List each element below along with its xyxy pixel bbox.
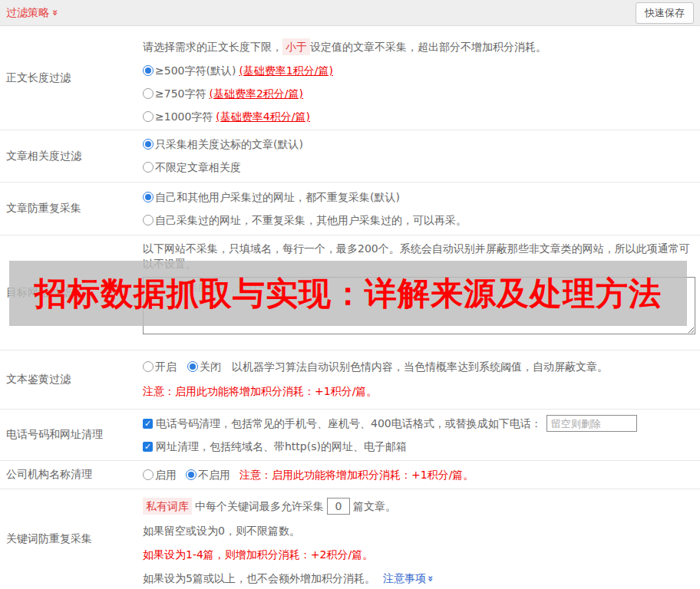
- radio-750-unchecked[interactable]: [143, 88, 154, 99]
- row-label-company-cleanup: 公司机构名称清理: [0, 461, 143, 489]
- dedupe-option-2[interactable]: 自己采集过的网址，不重复采集，其他用户采集过的，可以再采。: [143, 212, 700, 228]
- link-double-chevron-down-icon: »: [426, 575, 436, 581]
- company-off-label[interactable]: 不启用: [198, 467, 230, 482]
- keyword-note-five: 如果设为5篇或以上，也不会额外增加积分消耗。 注意事项 »: [143, 571, 700, 586]
- url-cleanup-option: ✓ 网址清理，包括纯域名、带http(s)的网址、电子邮箱: [143, 439, 700, 454]
- keyword-limit-line: 私有词库 中每个关键词最多允许采集 篇文章。: [143, 498, 700, 515]
- row-label-content-length: 正文长度过滤: [0, 26, 143, 130]
- phone-cleanup-option: ✓ 电话号码清理，包括常见的手机号、座机号、400电话格式，或替换成如下电话：: [143, 415, 700, 432]
- relevance-option-1[interactable]: 只采集相关度达标的文章(默认): [143, 137, 700, 152]
- content-length-desc: 请选择需求的正文长度下限， 小于 设定值的文章不采集，超出部分不增加积分消耗。: [143, 38, 700, 55]
- watermark-banner: 招标数据抓取与实现：详解来源及处理方法: [9, 261, 687, 326]
- porn-filter-fee-note: 注意：启用此功能将增加积分消耗：+1积分/篇。: [143, 383, 700, 399]
- row-content-length-filter: 正文长度过滤 请选择需求的正文长度下限， 小于 设定值的文章不采集，超出部分不增…: [0, 26, 700, 130]
- replacement-phone-input[interactable]: [546, 415, 637, 432]
- double-chevron-down-icon: »: [51, 9, 61, 15]
- row-label-keyword-dedupe: 关键词防重复采集: [0, 489, 143, 589]
- radio-dedupe-1-checked[interactable]: [143, 192, 154, 202]
- company-fee-note: 注意：启用此功能将增加积分消耗：+1积分/篇。: [239, 467, 474, 482]
- porn-on-label[interactable]: 开启: [155, 359, 177, 374]
- dedupe-option-1[interactable]: 自己和其他用户采集过的网址，都不重复采集(默认): [143, 189, 700, 205]
- top-bar: 过滤策略 » 快速保存: [0, 0, 700, 26]
- quick-save-button[interactable]: 快速保存: [636, 2, 694, 24]
- radio-porn-on-unchecked[interactable]: [143, 361, 154, 372]
- length-option-1000[interactable]: ≥1000字符 (基础费率4积分/篇): [143, 109, 700, 124]
- watermark-banner-text: 招标数据抓取与实现：详解来源及处理方法: [35, 272, 662, 315]
- row-label-porn-filter: 文本鉴黄过滤: [0, 350, 143, 409]
- page-title-text: 过滤策略: [6, 6, 49, 20]
- checkbox-url-cleanup-checked[interactable]: ✓: [143, 442, 153, 452]
- length-option-750[interactable]: ≥750字符 (基础费率2积分/篇): [143, 86, 700, 101]
- radio-porn-off-checked[interactable]: [187, 361, 198, 372]
- row-dedupe-collection: 文章防重复采集 自己和其他用户采集过的网址，都不重复采集(默认) 自己采集过的网…: [0, 183, 700, 235]
- private-thesaurus-highlight: 私有词库: [143, 498, 192, 515]
- row-relevance-filter: 文章相关度过滤 只采集相关度达标的文章(默认) 不限定文章相关度: [0, 130, 700, 183]
- relevance-option-2[interactable]: 不限定文章相关度: [143, 160, 700, 175]
- keyword-note-fee: 如果设为1-4篇，则增加积分消耗：+2积分/篇。: [143, 547, 700, 562]
- keyword-note-zero: 如果留空或设为0，则不限篇数。: [143, 523, 700, 538]
- fee-note-500: (基础费率1积分/篇): [239, 63, 333, 78]
- checkbox-phone-cleanup-checked[interactable]: ✓: [143, 419, 153, 429]
- row-phone-url-cleanup: 电话号码和网址清理 ✓ 电话号码清理，包括常见的手机号、座机号、400电话格式，…: [0, 410, 700, 461]
- fee-note-750: (基础费率2积分/篇): [209, 86, 303, 101]
- radio-company-on-unchecked[interactable]: [143, 469, 154, 480]
- length-option-500[interactable]: ≥500字符(默认) (基础费率1积分/篇): [143, 63, 700, 78]
- keyword-max-count-input[interactable]: [327, 498, 350, 515]
- row-label-phone-url: 电话号码和网址清理: [0, 410, 143, 460]
- row-label-relevance: 文章相关度过滤: [0, 130, 143, 182]
- radio-company-off-checked[interactable]: [186, 469, 196, 480]
- radio-1000-unchecked[interactable]: [143, 111, 154, 122]
- radio-relevance-1-checked[interactable]: [143, 139, 154, 150]
- page-title[interactable]: 过滤策略 »: [6, 6, 58, 20]
- filter-strategy-page: 过滤策略 » 快速保存 正文长度过滤 请选择需求的正文长度下限， 小于 设定值的…: [0, 0, 700, 589]
- porn-off-label[interactable]: 关闭: [200, 359, 221, 374]
- row-label-dedupe: 文章防重复采集: [0, 183, 143, 235]
- radio-dedupe-2-unchecked[interactable]: [143, 215, 154, 225]
- porn-filter-desc: 以机器学习算法自动识别色情内容，当色情概率达到系统阈值，自动屏蔽文章。: [232, 359, 608, 374]
- row-company-name-cleanup: 公司机构名称清理 启用 不启用 注意：启用此功能将增加积分消耗：+1积分/篇。: [0, 461, 700, 489]
- row-porn-filter: 文本鉴黄过滤 开启 关闭 以机器学习算法自动识别色情内容，当色情概率达到系统阈值…: [0, 350, 700, 410]
- less-than-highlight: 小于: [282, 38, 310, 55]
- fee-note-1000: (基础费率4积分/篇): [216, 109, 310, 124]
- notes-link[interactable]: 注意事项 »: [383, 571, 434, 586]
- radio-500-checked[interactable]: [143, 65, 154, 76]
- company-on-label[interactable]: 启用: [155, 467, 177, 482]
- radio-relevance-2-unchecked[interactable]: [143, 162, 154, 173]
- row-keyword-dedupe: 关键词防重复采集 私有词库 中每个关键词最多允许采集 篇文章。 如果留空或设为0…: [0, 489, 700, 589]
